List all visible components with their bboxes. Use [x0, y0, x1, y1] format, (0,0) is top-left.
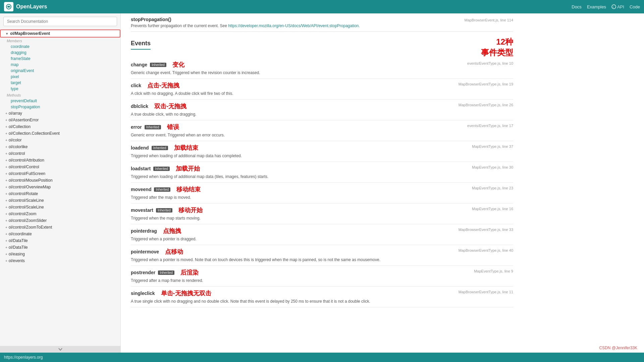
event-row: MapBrowserEventType.js, line 11singlecli… — [131, 287, 513, 307]
top-nav-links: Docs Examples i API Code — [572, 4, 640, 9]
content-inner: stopPropagation() Prevents further propa… — [121, 13, 523, 317]
event-file: MapBrowserEventType.js, line 26 — [459, 103, 513, 107]
member-type[interactable]: type — [0, 86, 120, 92]
event-row: MapEventType.js, line 9postrenderInherit… — [131, 266, 513, 287]
nav-code[interactable]: Code — [630, 4, 640, 9]
event-row: MapEventType.js, line 23moveendInherited… — [131, 183, 513, 203]
sidebar-item-attribution[interactable]: +ol/control/Attribution — [0, 157, 120, 164]
sidebar-tree[interactable]: ▾ ol/MapBrowserEvent Members coordinate … — [0, 28, 120, 346]
sidebar-scroll-down[interactable] — [0, 346, 120, 353]
active-item-label: ol/MapBrowserEvent — [10, 31, 50, 36]
annotation-12types-line1: 12种 — [481, 37, 513, 47]
sidebar-item-events[interactable]: +ol/events — [0, 257, 120, 264]
sidebar-item-control-control[interactable]: +ol/control/Control — [0, 164, 120, 170]
annotation-click: 点击-无拖拽 — [147, 81, 179, 89]
sidebar-item-scaleline2[interactable]: +ol/control/ScaleLine — [0, 204, 120, 210]
sidebar-item-coordinate[interactable]: +ol/coordinate — [0, 231, 120, 237]
member-coordinate[interactable]: coordinate — [0, 44, 120, 50]
sidebar-item-rotate[interactable]: +ol/control/Rotate — [0, 190, 120, 197]
stop-prop-link[interactable]: https://developer.mozilla.org/en-US/docs… — [228, 23, 360, 28]
annotation-singleclick: 单击-无拖拽无双击 — [161, 289, 211, 297]
inherited-badge: Inherited — [153, 167, 170, 171]
bottom-url: https://openlayers.org — [4, 355, 43, 360]
sidebar-item-assertionerror[interactable]: +ol/AssertionError — [0, 117, 120, 123]
member-framestate[interactable]: frameState — [0, 56, 120, 62]
event-row: MapBrowserEventType.js, line 19click点击-无… — [131, 79, 513, 100]
sidebar-item-zoomslider[interactable]: +ol/control/ZoomSlider — [0, 217, 120, 224]
bottom-bar: https://openlayers.org — [0, 353, 644, 362]
event-file: MapEventType.js, line 9 — [474, 269, 513, 273]
event-name: moveend — [131, 187, 151, 192]
event-desc: Triggered when a pointer is moved. Note … — [131, 257, 513, 263]
event-desc: Generic change event. Triggered when the… — [131, 70, 513, 76]
sidebar-item-mapbrowserevent[interactable]: ▾ ol/MapBrowserEvent — [0, 29, 120, 38]
sidebar-item-zoomtoextent[interactable]: +ol/control/ZoomToExtent — [0, 224, 120, 231]
event-name: change — [131, 62, 147, 67]
stop-prop-desc: Prevents further propagation of the curr… — [131, 23, 360, 28]
event-file: events/EventType.js, line 10 — [467, 61, 513, 65]
top-navigation: OpenLayers Docs Examples i API Code — [0, 0, 644, 13]
search-input[interactable] — [3, 17, 117, 26]
sidebar-item-datatile1[interactable]: +ol/DataTile — [0, 237, 120, 244]
event-name: error — [131, 124, 142, 130]
event-file: MapEventType.js, line 37 — [472, 144, 513, 148]
event-row: MapBrowserEventType.js, line 26dblclick双… — [131, 100, 513, 120]
sidebar-item-zoom[interactable]: +ol/control/Zoom — [0, 210, 120, 217]
logo[interactable]: OpenLayers — [4, 2, 47, 11]
annotation-pointermove: 点移动 — [165, 248, 183, 256]
event-name: pointerdrag — [131, 228, 157, 234]
member-target[interactable]: target — [0, 80, 120, 86]
sidebar-item-array[interactable]: +ol/array — [0, 110, 120, 117]
nav-api[interactable]: i API — [611, 4, 624, 9]
event-name: movestart — [131, 207, 153, 213]
event-desc: Triggered when loading of additional map… — [131, 174, 513, 180]
member-originalevent[interactable]: originalEvent — [0, 68, 120, 74]
members-label: Members — [0, 38, 120, 44]
annotation-error: 错误 — [167, 123, 179, 131]
event-file: MapEventType.js, line 30 — [472, 165, 513, 169]
sidebar-item-color[interactable]: +ol/color — [0, 137, 120, 143]
sidebar-search-container — [0, 13, 120, 28]
sidebar-item-mouseposition[interactable]: +ol/control/MousePosition — [0, 177, 120, 184]
main-content: stopPropagation() Prevents further propa… — [121, 13, 644, 353]
inherited-badge: Inherited — [156, 208, 172, 213]
member-pixel[interactable]: pixel — [0, 74, 120, 80]
stop-prop-file: MapBrowserEvent.js, line 114 — [464, 18, 513, 22]
event-name: loadend — [131, 145, 149, 150]
event-name: postrender — [131, 270, 155, 275]
annotation-loadstart: 加载开始 — [176, 165, 200, 173]
annotation-12types-line2: 事件类型 — [481, 47, 513, 58]
nav-examples[interactable]: Examples — [587, 4, 606, 9]
annotation-dblclick: 双击-无拖拽 — [154, 102, 186, 110]
sidebar-item-fullscreen[interactable]: +ol/control/FullScreen — [0, 170, 120, 177]
member-map[interactable]: map — [0, 62, 120, 68]
member-dragging[interactable]: dragging — [0, 50, 120, 56]
sidebar-item-collection[interactable]: +ol/Collection — [0, 123, 120, 130]
sidebar-item-collectionevent[interactable]: +ol/Collection.CollectionEvent — [0, 130, 120, 137]
method-stoppropagation[interactable]: stopPropagation — [0, 104, 120, 110]
sidebar-item-colorlike[interactable]: +ol/colorlike — [0, 143, 120, 150]
annotation-change: 变化 — [172, 61, 184, 69]
sidebar-item-datatile2[interactable]: +ol/DataTile — [0, 244, 120, 251]
stop-prop-title: stopPropagation() — [131, 17, 360, 22]
sidebar: ▾ ol/MapBrowserEvent Members coordinate … — [0, 13, 121, 353]
method-preventdefault[interactable]: preventDefault — [0, 98, 120, 104]
event-desc: Generic error event. Triggered when an e… — [131, 132, 513, 138]
methods-label: Methods — [0, 92, 120, 98]
annotation-postrender: 后渲染 — [180, 268, 199, 277]
inherited-badge: Inherited — [158, 270, 174, 275]
event-desc: Triggered when loading of additional map… — [131, 153, 513, 159]
sidebar-item-scaleline1[interactable]: +ol/control/ScaleLine — [0, 197, 120, 204]
event-desc: A true double click, with no dragging. — [131, 111, 513, 117]
sidebar-item-easing[interactable]: +ol/easing — [0, 251, 120, 257]
event-row: MapBrowserEventType.js, line 40pointermo… — [131, 245, 513, 266]
sidebar-item-overviewmap[interactable]: +ol/control/OverviewMap — [0, 184, 120, 190]
event-name: singleclick — [131, 291, 155, 296]
event-name: loadstart — [131, 166, 151, 171]
events-list: events/EventType.js, line 10changeInheri… — [131, 58, 513, 307]
nav-docs[interactable]: Docs — [572, 4, 582, 9]
sidebar-item-control[interactable]: +ol/control — [0, 150, 120, 157]
inherited-badge: Inherited — [150, 63, 166, 67]
event-desc: Triggered after a map frame is rendered. — [131, 278, 513, 284]
annotation-loadend: 加载结束 — [174, 144, 198, 152]
